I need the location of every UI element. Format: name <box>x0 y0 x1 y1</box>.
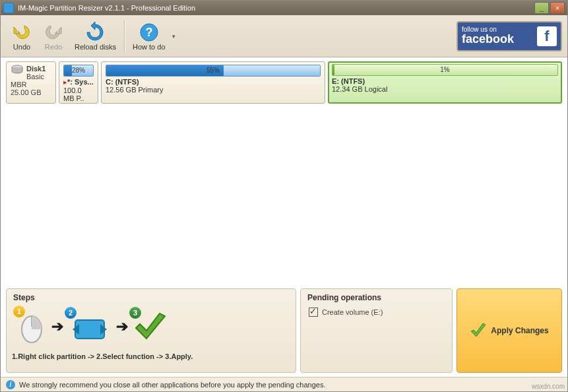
disk-row: Disk1 Basic MBR 25.00 GB 28% ▸*: Sys... … <box>6 61 562 104</box>
reload-icon <box>84 22 106 43</box>
disk-icon <box>11 65 24 74</box>
partition-system[interactable]: 28% ▸*: Sys... 100.0 MB P.. <box>59 61 98 104</box>
steps-title: Steps <box>7 289 296 304</box>
apply-changes-button[interactable]: Apply Changes <box>457 288 562 373</box>
disk-info-box[interactable]: Disk1 Basic MBR 25.00 GB <box>6 61 56 104</box>
toolbar: Undo Redo Reload disks ? How to do ▾ fol… <box>1 15 567 57</box>
pending-op-label: Create volume (E:) <box>322 308 383 316</box>
checkbox-icon <box>309 308 318 317</box>
howto-label: How to do <box>133 43 166 51</box>
info-icon: i <box>6 380 15 389</box>
step-1-icon: 1 <box>17 310 46 344</box>
how-to-button[interactable]: ? How to do <box>127 17 171 55</box>
status-text: We strongly recommend you close all othe… <box>19 381 326 389</box>
svg-text:?: ? <box>145 26 152 39</box>
bottom-panel: Steps 1 ➔ 2 ➔ 3 1.Right click partition … <box>1 284 567 377</box>
steps-footer: 1.Right click partition -> 2.Select func… <box>7 350 296 363</box>
redo-label: Redo <box>45 43 62 51</box>
steps-card: Steps 1 ➔ 2 ➔ 3 1.Right click partition … <box>6 288 296 373</box>
svg-rect-5 <box>75 320 104 339</box>
close-button[interactable]: × <box>550 2 565 14</box>
undo-icon <box>11 22 32 43</box>
watermark: wsxdn.com <box>532 383 565 390</box>
disk-name: Disk1 <box>26 65 46 73</box>
reload-disks-button[interactable]: Reload disks <box>69 17 121 55</box>
step-3-icon: 3 <box>133 311 168 343</box>
undo-button[interactable]: Undo <box>6 17 38 55</box>
window-title: IM-Magic Partition Resizer v2.1.1 - Prof… <box>18 4 533 12</box>
redo-button: Redo <box>38 17 69 55</box>
pending-op-row[interactable]: Create volume (E:) <box>301 304 452 321</box>
pending-title: Pending operations <box>301 289 452 304</box>
step-2-icon: 2 <box>69 311 111 343</box>
app-icon <box>3 3 14 13</box>
undo-label: Undo <box>13 43 30 51</box>
redo-icon <box>43 22 64 43</box>
partition-c[interactable]: 55% C: (NTFS) 12.56 GB Primary <box>101 61 325 104</box>
disk-type: Basic MBR <box>11 73 44 88</box>
how-to-dropdown[interactable]: ▾ <box>171 33 177 40</box>
disk-size: 25.00 GB <box>11 88 41 96</box>
apply-check-icon <box>470 322 487 339</box>
facebook-text: follow us on facebook <box>462 26 514 46</box>
facebook-icon: f <box>537 26 557 46</box>
toolbar-separator <box>124 20 125 53</box>
arrow-icon: ➔ <box>116 318 128 335</box>
app-window: IM-Magic Partition Resizer v2.1.1 - Prof… <box>0 0 568 392</box>
disk-area: Disk1 Basic MBR 25.00 GB 28% ▸*: Sys... … <box>1 57 567 284</box>
help-icon: ? <box>139 22 160 43</box>
titlebar[interactable]: IM-Magic Partition Resizer v2.1.1 - Prof… <box>1 1 567 15</box>
pending-card: Pending operations Create volume (E:) <box>300 288 453 373</box>
status-bar: i We strongly recommend you close all ot… <box>1 377 567 391</box>
minimize-button[interactable]: _ <box>534 2 549 14</box>
partition-e-selected[interactable]: 1% E: (NTFS) 12.34 GB Logical <box>328 61 562 104</box>
apply-label: Apply Changes <box>491 326 548 335</box>
arrow-icon: ➔ <box>51 318 63 335</box>
facebook-banner[interactable]: follow us on facebook f <box>457 21 562 51</box>
reload-label: Reload disks <box>75 43 116 51</box>
